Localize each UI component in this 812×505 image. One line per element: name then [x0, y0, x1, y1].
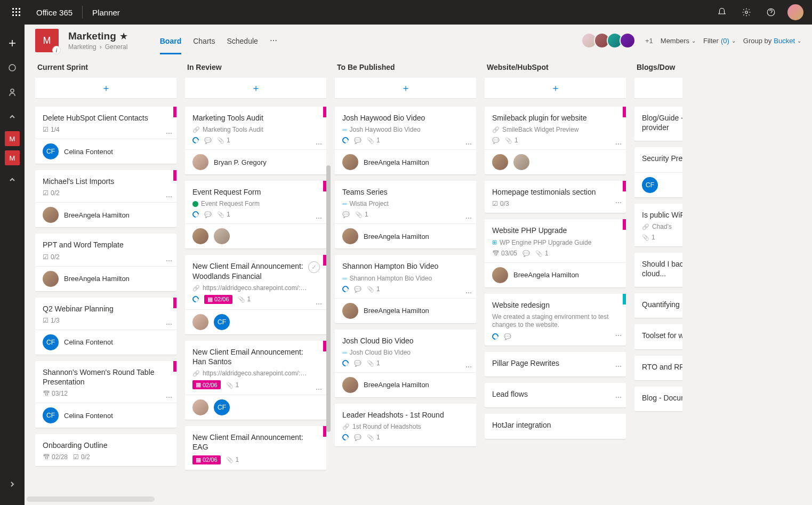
- add-task-button[interactable]: ＋: [335, 78, 476, 98]
- breadcrumb-channel[interactable]: General: [105, 43, 128, 51]
- assigned-to-me-icon[interactable]: [0, 80, 25, 105]
- horizontal-scrollbar[interactable]: [27, 496, 155, 502]
- favorite-star-icon[interactable]: ★: [119, 30, 128, 42]
- task-card[interactable]: Should I backup OneDrive and other cloud…: [634, 253, 682, 287]
- help-icon[interactable]: [759, 0, 783, 25]
- task-more-icon[interactable]: ⋯: [166, 257, 172, 264]
- task-card[interactable]: Homepage testimonials section 0/3 ⋯: [485, 181, 626, 213]
- link-icon: [492, 126, 500, 133]
- add-task-button[interactable]: ＋: [35, 78, 176, 98]
- bucket-current-sprint: Current Sprint ＋ Delete HubSpot Client C…: [35, 59, 176, 494]
- expand-rail-icon[interactable]: [0, 472, 25, 496]
- chevron-up-icon-2[interactable]: [0, 167, 25, 192]
- task-card[interactable]: Shannon Hampton Bio Video ═Shannon Hampt…: [335, 255, 476, 323]
- task-card[interactable]: Toolset for working on the go: [634, 324, 682, 349]
- bucket-title[interactable]: Current Sprint: [35, 59, 176, 78]
- task-more-icon[interactable]: ⋯: [615, 199, 622, 206]
- member-overflow-count[interactable]: +1: [645, 37, 653, 45]
- task-more-icon[interactable]: ⋯: [615, 394, 622, 401]
- task-card[interactable]: Josh Cloud Bio Video ═Josh Cloud Bio Vid…: [335, 330, 476, 397]
- settings-gear-icon[interactable]: [734, 0, 759, 25]
- app-name[interactable]: Planner: [85, 8, 127, 17]
- task-more-icon[interactable]: ⋯: [615, 332, 622, 339]
- task-card[interactable]: Is public WiFi safe?Chad's1: [634, 204, 682, 246]
- bucket-title[interactable]: In Review: [185, 59, 326, 78]
- task-card[interactable]: Smileback plugin for website SmileBack W…: [485, 107, 626, 174]
- filter-dropdown[interactable]: Filter (0) ⌄: [703, 37, 736, 45]
- task-more-icon[interactable]: ⋯: [465, 289, 472, 296]
- task-card[interactable]: Josh Haywood Bio Video ═Josh Haywood Bio…: [335, 107, 476, 174]
- tab-board[interactable]: Board: [160, 27, 181, 54]
- task-card[interactable]: PPT and Word Template 0/2 ⋯ BreeAngela H…: [35, 234, 176, 291]
- task-card[interactable]: Lead flows ⋯: [485, 383, 626, 407]
- task-more-icon[interactable]: ⋯: [316, 140, 322, 148]
- add-task-button[interactable]: [634, 78, 682, 98]
- progress-icon: [341, 284, 350, 293]
- task-card[interactable]: Quantifying IT risk: [634, 293, 682, 318]
- task-more-icon[interactable]: ⋯: [166, 130, 172, 137]
- task-card[interactable]: Delete HubSpot Client Contacts 1/4 ⋯ CFC…: [35, 107, 176, 164]
- task-card[interactable]: Pillar Page Rewrites ⋯: [485, 352, 626, 376]
- new-plan-icon[interactable]: [0, 31, 25, 55]
- task-card[interactable]: New Client Email Announcement: EAG ▦02/0…: [185, 426, 326, 469]
- task-card[interactable]: HotJar integration: [485, 414, 626, 438]
- task-more-icon[interactable]: ⋯: [615, 140, 622, 148]
- task-more-icon[interactable]: ⋯: [316, 386, 322, 393]
- task-card[interactable]: Teams Series ═Wistia Project 1 ⋯ BreeAng…: [335, 181, 476, 249]
- task-more-icon[interactable]: ⋯: [465, 214, 472, 222]
- tab-schedule[interactable]: Schedule: [227, 27, 258, 54]
- attachment-icon: [367, 137, 374, 144]
- date-badge: ▦02/06: [192, 455, 221, 464]
- app-launcher-icon[interactable]: [4, 8, 29, 17]
- task-card[interactable]: New Client Email Announcement: Han Santo…: [185, 341, 326, 420]
- bucket-title[interactable]: To Be Published: [335, 59, 476, 78]
- planner-hub-icon[interactable]: [0, 55, 25, 80]
- task-more-icon[interactable]: ⋯: [166, 320, 172, 328]
- task-card[interactable]: Website PHP Upgrade ⊞WP Engine PHP Upgra…: [485, 219, 626, 287]
- assignee-avatar: CF: [642, 177, 658, 193]
- task-card[interactable]: Blog/Guide - How to choose an IT provide…: [634, 107, 682, 141]
- attachment-icon: [367, 359, 374, 367]
- task-card[interactable]: Shannon's Women's Round Table Presentati…: [35, 361, 176, 428]
- add-task-button[interactable]: ＋: [185, 78, 326, 98]
- task-title: Homepage testimonials section: [492, 187, 618, 197]
- task-more-icon[interactable]: ⋯: [615, 363, 622, 370]
- plan-info-icon[interactable]: i: [52, 46, 61, 54]
- task-card[interactable]: Q2 Webinar Planning 1/3 ⋯ CFCelina Fonte…: [35, 298, 176, 355]
- task-card[interactable]: Blog - Document mgmt: [634, 387, 682, 411]
- notifications-icon[interactable]: [710, 0, 734, 25]
- chevron-up-icon[interactable]: [0, 105, 25, 129]
- recent-plan-tile-1[interactable]: M: [5, 131, 20, 146]
- tab-more-icon[interactable]: ⋯: [270, 27, 277, 54]
- task-card[interactable]: Website redesign We created a staging en…: [485, 294, 626, 346]
- profile-avatar[interactable]: [783, 0, 808, 25]
- breadcrumb-group[interactable]: Marketing: [68, 43, 97, 51]
- tab-charts[interactable]: Charts: [193, 27, 215, 54]
- bucket-title[interactable]: Blogs/Dow: [634, 59, 682, 78]
- task-more-icon[interactable]: ⋯: [166, 394, 172, 401]
- task-card[interactable]: RTO and RPO: [634, 356, 682, 380]
- member-avatar-stack[interactable]: [584, 33, 636, 49]
- task-card[interactable]: New Client Email Announcement: Woodlands…: [185, 255, 326, 334]
- assignee-name: BreeAngela Hamilton: [64, 211, 130, 219]
- bucket-title[interactable]: Website/HubSpot: [485, 59, 626, 78]
- task-card[interactable]: Event Request Form Event Request Form 1 …: [185, 181, 326, 249]
- task-more-icon[interactable]: ⋯: [465, 140, 472, 148]
- add-task-button[interactable]: ＋: [485, 78, 626, 98]
- vertical-scrollbar[interactable]: [326, 165, 331, 432]
- task-card[interactable]: Leader Headshots - 1st Round 1st Round o…: [335, 404, 476, 446]
- task-card[interactable]: Michael's List Imports 0/2 ⋯ BreeAngela …: [35, 170, 176, 227]
- members-dropdown[interactable]: Members ⌄: [661, 37, 696, 45]
- task-more-icon[interactable]: ⋯: [465, 363, 472, 371]
- task-more-icon[interactable]: ⋯: [316, 214, 322, 222]
- recent-plan-tile-2[interactable]: M: [5, 150, 20, 165]
- groupby-dropdown[interactable]: Group by Bucket ⌄: [743, 37, 801, 45]
- suite-brand[interactable]: Office 365: [29, 8, 80, 17]
- task-card[interactable]: Security PresentationCF: [634, 147, 682, 197]
- task-more-icon[interactable]: ⋯: [316, 300, 322, 308]
- task-more-icon[interactable]: ⋯: [166, 193, 172, 201]
- svg-rect-5: [19, 11, 20, 13]
- task-card[interactable]: Marketing Tools Audit Marketing Tools Au…: [185, 107, 326, 174]
- task-card[interactable]: Onboarding Outline 02/28 0/2: [35, 434, 176, 466]
- assignee-avatar: [513, 154, 529, 170]
